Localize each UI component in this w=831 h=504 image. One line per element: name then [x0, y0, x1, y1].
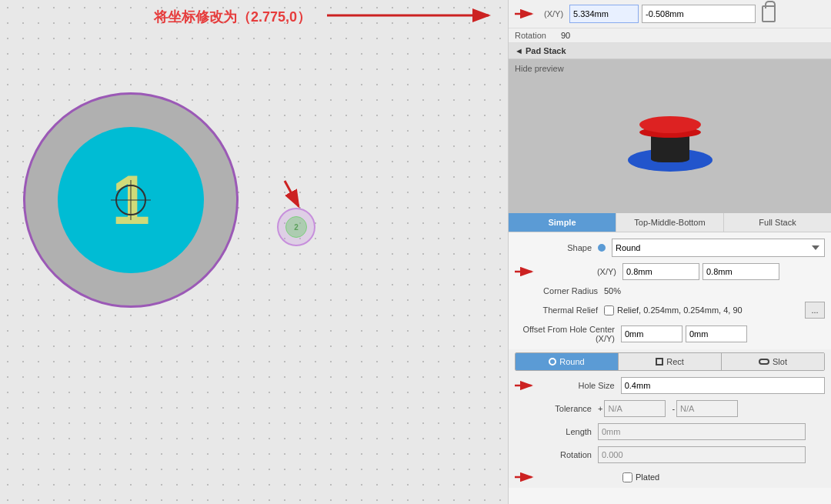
corner-radius-label: Corner Radius — [515, 286, 598, 295]
tolerance-minus-sign: - — [672, 404, 675, 413]
hole-tab-rect[interactable]: Rect — [619, 353, 722, 370]
offset-label: Offset From Hole Center (X/Y) — [515, 325, 615, 343]
pad-3d-top — [639, 116, 701, 133]
shape-row: Shape Round — [509, 235, 831, 260]
pad-stack-header[interactable]: ◄ Pad Stack — [509, 43, 831, 59]
pad-3d-visual — [624, 110, 716, 172]
plated-arrow — [515, 469, 538, 485]
pad-stack-tab-row: Simple Top-Middle-Bottom Full Stack — [509, 213, 831, 232]
length-input[interactable] — [598, 423, 806, 440]
tab-simple[interactable]: Simple — [509, 213, 616, 232]
thermal-relief-row: Thermal Relief Relief, 0.254mm, 0.254mm,… — [509, 299, 831, 322]
plated-row: Plated — [509, 466, 831, 488]
pad-3d-container — [515, 73, 825, 209]
hole-rotation-label: Rotation — [515, 450, 592, 459]
thermal-relief-btn[interactable]: ... — [805, 302, 825, 319]
hole-round-icon — [549, 358, 556, 365]
rotation-value: 90 — [561, 31, 570, 40]
coord-y-input[interactable] — [642, 5, 756, 23]
tolerance-plus-sign: + — [598, 404, 602, 413]
svg-line-3 — [285, 181, 299, 206]
xy-row: (X/Y) — [509, 260, 831, 283]
coord-arrow — [515, 6, 538, 22]
plated-label-text: Plated — [636, 472, 659, 482]
thermal-relief-label: Thermal Relief — [515, 305, 598, 315]
shape-select[interactable]: Round — [612, 239, 825, 257]
length-label: Length — [515, 427, 592, 436]
tolerance-row: Tolerance + - — [509, 397, 831, 420]
hole-rotation-input[interactable] — [598, 446, 806, 463]
lock-icon[interactable] — [762, 5, 776, 22]
corner-radius-value: 50% — [604, 286, 621, 295]
plated-spacer — [539, 472, 616, 482]
hole-tab-round-label: Round — [559, 357, 584, 366]
offset-row: Offset From Hole Center (X/Y) — [509, 322, 831, 346]
coord-x-input[interactable] — [569, 5, 639, 23]
hole-tab-round[interactable]: Round — [516, 353, 619, 370]
plated-checkbox[interactable] — [622, 472, 632, 482]
annotation-text: 将坐标修改为（2.775,0） — [154, 8, 311, 26]
coord-row: (X/Y) — [509, 0, 831, 28]
large-pad[interactable]: 1 — [23, 92, 239, 308]
hole-size-label: Hole Size — [539, 381, 614, 390]
large-pad-inner: 1 — [58, 127, 204, 273]
thermal-relief-checkbox[interactable] — [604, 305, 614, 315]
pad-crosshair — [115, 185, 146, 215]
coord-xy-label: (X/Y) — [544, 9, 563, 18]
preview-area: Hide preview — [509, 59, 831, 213]
tab-top-middle-bottom[interactable]: Top-Middle-Bottom — [616, 213, 724, 232]
right-panel: (X/Y) Rotation 90 ◄ Pad Stack Hide previ… — [508, 0, 831, 504]
rotation-label: Rotation — [515, 31, 561, 40]
offset-x-input[interactable] — [621, 325, 682, 342]
xy-arrow — [515, 264, 538, 279]
canvas-arrow-small-pad — [277, 177, 323, 223]
hole-size-row: Hole Size — [509, 374, 831, 397]
tolerance-label: Tolerance — [515, 404, 592, 413]
hole-size-input[interactable] — [621, 377, 825, 394]
shape-label: Shape — [515, 243, 592, 252]
hole-rect-icon — [656, 358, 663, 365]
main-container: 将坐标修改为（2.775,0） 1 2 — [0, 0, 831, 504]
hole-tab-row: Round Rect Slot — [515, 352, 825, 371]
canvas-area[interactable]: 将坐标修改为（2.775,0） 1 2 — [0, 0, 508, 504]
corner-radius-row: Corner Radius 50% — [509, 283, 831, 299]
hide-preview-label[interactable]: Hide preview — [515, 64, 564, 73]
rotation-row: Rotation 90 — [509, 28, 831, 43]
annotation-arrow — [327, 6, 496, 25]
thermal-relief-value: Relief, 0.254mm, 0.254mm, 4, 90 — [617, 305, 805, 315]
xy-label: (X/Y) — [539, 267, 616, 276]
tolerance-minus-input[interactable] — [676, 400, 738, 417]
hole-tab-slot[interactable]: Slot — [722, 353, 824, 370]
hole-tab-slot-label: Slot — [773, 357, 787, 366]
offset-y-input[interactable] — [686, 325, 747, 342]
pad-stack-section: ◄ Pad Stack Hide preview Simple Top-Midd… — [509, 43, 831, 488]
simple-form: Shape Round — [509, 232, 831, 349]
tolerance-plus-input[interactable] — [604, 400, 666, 417]
xy-y-input[interactable] — [703, 263, 779, 280]
hole-rotation-row: Rotation — [509, 443, 831, 466]
hole-tab-rect-label: Rect — [666, 357, 684, 366]
tab-full-stack[interactable]: Full Stack — [724, 213, 831, 232]
shape-radio[interactable] — [598, 244, 606, 252]
hole-slot-icon — [759, 359, 769, 365]
hole-size-arrow — [515, 378, 537, 393]
xy-x-input[interactable] — [622, 263, 699, 280]
length-row: Length — [509, 420, 831, 443]
